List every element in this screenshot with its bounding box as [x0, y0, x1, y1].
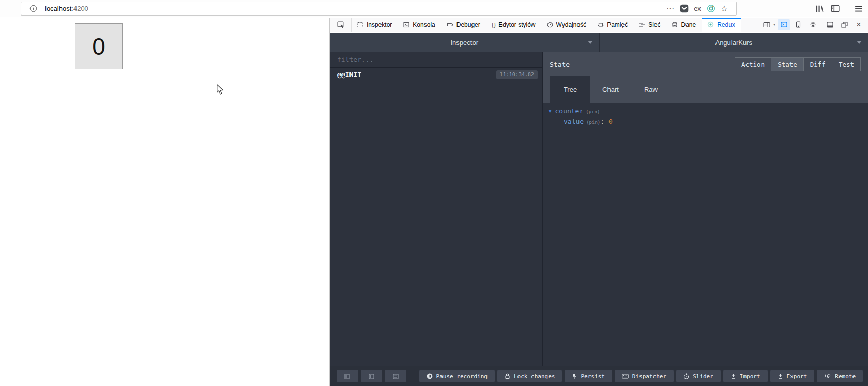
- pause-recording-button[interactable]: Pause recording: [419, 370, 495, 382]
- menu-hamburger-icon[interactable]: [855, 5, 863, 12]
- action-list-item[interactable]: @@INIT 11:10:34.82: [330, 68, 542, 82]
- monitor-select[interactable]: Inspector: [330, 33, 599, 52]
- instance-select[interactable]: AngularKurs: [599, 33, 868, 52]
- bookmark-star-icon[interactable]: ☆: [718, 3, 731, 15]
- devtools-panel: Inspektor Konsola Debuger: [329, 18, 868, 386]
- devtools-tab-dane[interactable]: Dane: [666, 18, 702, 32]
- tree-node-counter[interactable]: ▼counter(pin): [549, 106, 868, 117]
- url-port: :4200: [71, 5, 88, 12]
- split-console-icon[interactable]: [778, 19, 790, 30]
- pause-icon: [427, 373, 433, 379]
- settings-gear-icon[interactable]: [806, 19, 819, 30]
- devtools-tabbar: Inspektor Konsola Debuger: [330, 18, 868, 32]
- url-bar[interactable]: localhost :4200 ⋯ ex ☆: [21, 2, 737, 16]
- devtools-tab-debuger[interactable]: Debuger: [441, 18, 486, 32]
- redux-header: Inspector AngularKurs: [330, 33, 868, 52]
- extension-badge[interactable]: ex: [691, 3, 704, 15]
- state-inspector-pane: State Action State Diff Test Tree Chart …: [542, 52, 868, 366]
- devtools-tab-inspektor[interactable]: Inspektor: [352, 18, 398, 32]
- debugger-icon: [447, 22, 453, 28]
- tab-diff[interactable]: Diff: [803, 57, 832, 71]
- tab-test[interactable]: Test: [832, 57, 861, 71]
- toolbar-separator: [847, 4, 847, 14]
- pin-icon: [572, 373, 577, 379]
- persist-button[interactable]: Persist: [565, 370, 612, 382]
- lock-changes-button[interactable]: Lock changes: [497, 370, 562, 382]
- stopwatch-icon: [683, 373, 689, 379]
- subtab-tree[interactable]: Tree: [550, 76, 590, 103]
- dock-caret-icon[interactable]: ▾: [773, 22, 775, 27]
- tab-action[interactable]: Action: [735, 57, 771, 71]
- inspector-icon: [357, 22, 363, 28]
- keyboard-icon: [622, 374, 629, 379]
- redux-tab-icon: [707, 21, 714, 28]
- dock-bottom-icon[interactable]: [824, 19, 836, 30]
- close-devtools-icon[interactable]: ×: [852, 19, 865, 30]
- devtools-tab-redux[interactable]: Redux: [702, 18, 741, 32]
- devtools-tab-wydajnosc[interactable]: Wydajność: [541, 18, 592, 32]
- counter-display: 0: [75, 23, 123, 69]
- separate-window-icon[interactable]: [838, 19, 850, 30]
- state-subtabs: Tree Chart Raw: [543, 76, 868, 103]
- lock-icon: [505, 373, 510, 379]
- chevron-down-icon: [588, 41, 593, 44]
- action-filter-row: [330, 52, 542, 68]
- redux-panel: Inspector AngularKurs @@INIT: [330, 33, 868, 386]
- tree-expand-icon[interactable]: ▼: [549, 109, 551, 114]
- devtools-tab-edytor-stylow[interactable]: { } Edytor stylów: [486, 18, 541, 32]
- dock-side-icon[interactable]: [760, 19, 773, 30]
- layout-bottom-button[interactable]: [385, 370, 406, 382]
- console-icon: [403, 22, 409, 28]
- devtools-tab-konsola[interactable]: Konsola: [398, 18, 440, 32]
- subtab-chart[interactable]: Chart: [590, 76, 631, 103]
- devtools-tab-siec[interactable]: Sieć: [633, 18, 666, 32]
- toolbar-separator: [821, 20, 821, 30]
- style-editor-icon: { }: [492, 22, 495, 28]
- redux-bottom-toolbar: Pause recording Lock changes Persist: [330, 366, 868, 386]
- layout-left-button[interactable]: [337, 370, 358, 382]
- redux-extension-icon[interactable]: [704, 3, 718, 15]
- responsive-mode-icon[interactable]: [792, 19, 804, 30]
- web-page-viewport: 0: [0, 18, 329, 386]
- upload-icon: [730, 373, 736, 379]
- import-button[interactable]: Import: [723, 370, 768, 382]
- mouse-cursor: [216, 84, 224, 95]
- export-button[interactable]: Export: [770, 370, 815, 382]
- layout-split-button[interactable]: [361, 370, 383, 382]
- performance-icon: [547, 22, 553, 28]
- sidebars-icon[interactable]: [831, 4, 840, 13]
- filter-input[interactable]: [330, 56, 542, 64]
- action-timestamp-badge: 11:10:34.82: [496, 70, 538, 79]
- storage-icon: [672, 22, 678, 28]
- download-icon: [778, 373, 783, 379]
- counter-value: 0: [92, 33, 105, 60]
- inspector-title: State: [550, 60, 570, 68]
- site-info-icon[interactable]: [26, 3, 40, 15]
- pocket-icon[interactable]: [677, 3, 691, 15]
- state-tree: ▼counter(pin) value(pin): 0: [543, 103, 868, 366]
- dispatcher-button[interactable]: Dispatcher: [615, 370, 674, 382]
- network-icon: [639, 22, 645, 28]
- library-icon[interactable]: [815, 5, 824, 13]
- memory-icon: [598, 22, 604, 28]
- redux-body: @@INIT 11:10:34.82 State Action State Di…: [330, 52, 868, 366]
- url-host: localhost: [45, 5, 71, 12]
- devtools-toolbar-icons: ▾: [760, 18, 868, 32]
- remote-button[interactable]: Remote: [817, 370, 863, 382]
- page-actions-icon[interactable]: ⋯: [664, 3, 677, 15]
- slider-button[interactable]: Slider: [676, 370, 721, 382]
- pick-element-icon[interactable]: [330, 18, 352, 32]
- inspector-header: State Action State Diff Test: [543, 52, 868, 76]
- devtools-tab-pamiec[interactable]: Pamięć: [592, 18, 633, 32]
- antenna-icon: [824, 373, 831, 379]
- browser-toolbar: localhost :4200 ⋯ ex ☆: [0, 0, 868, 17]
- action-list-pane: @@INIT 11:10:34.82: [330, 52, 542, 366]
- tab-state[interactable]: State: [771, 57, 804, 71]
- action-name: @@INIT: [337, 71, 361, 79]
- chrome-right-icons: [815, 0, 863, 17]
- subtab-raw[interactable]: Raw: [631, 76, 671, 103]
- browser-window: localhost :4200 ⋯ ex ☆: [0, 0, 868, 386]
- chevron-down-icon: [857, 41, 862, 44]
- tree-node-value[interactable]: value(pin): 0: [549, 117, 868, 128]
